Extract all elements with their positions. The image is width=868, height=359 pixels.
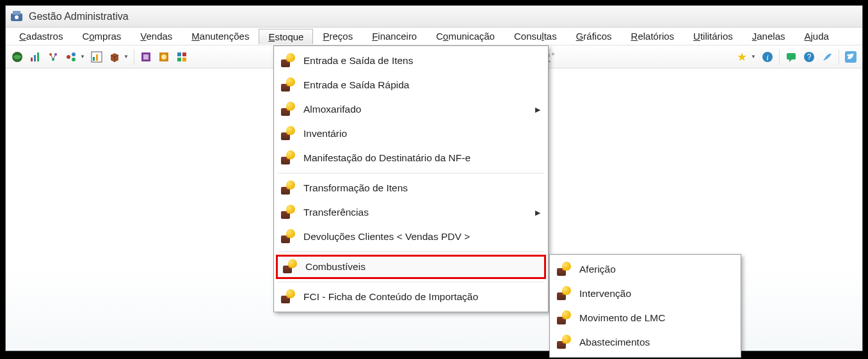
- submenuitem-intervencao[interactable]: Intervenção: [550, 282, 741, 306]
- menuitem-fci[interactable]: FCI - Ficha de Conteúdo de Importação: [274, 285, 548, 309]
- box-3d-icon[interactable]: [107, 49, 122, 65]
- box-icon: [279, 150, 296, 166]
- svg-rect-14: [93, 57, 95, 61]
- globe-icon[interactable]: [10, 49, 25, 65]
- separator: [134, 49, 134, 65]
- menu-financeiro[interactable]: Financeiro: [362, 28, 426, 44]
- menuitem-label: FCI - Ficha de Conteúdo de Importação: [303, 291, 478, 303]
- menuitem-transformacao-itens[interactable]: Transformação de Itens: [274, 176, 548, 200]
- svg-point-2: [15, 15, 19, 19]
- menuitem-entrada-saida-itens[interactable]: Entrada e Saída de Itens: [274, 49, 548, 73]
- menu-separator: [278, 251, 544, 252]
- dropdown-arrow-icon[interactable]: ▼: [751, 54, 756, 60]
- svg-rect-6: [37, 52, 39, 61]
- svg-point-12: [72, 58, 76, 61]
- dropdown-arrow-icon[interactable]: ▼: [124, 54, 129, 60]
- svg-rect-5: [34, 55, 36, 61]
- menu-precos[interactable]: Preços: [313, 28, 362, 44]
- svg-rect-4: [31, 58, 33, 61]
- window-title: Gestão Administrativa: [29, 11, 129, 22]
- menu-relatorios[interactable]: Relatórios: [622, 28, 684, 44]
- menu-janelas[interactable]: Janelas: [743, 28, 795, 44]
- menu-graficos[interactable]: Gráficos: [567, 28, 622, 44]
- menu-vendas[interactable]: Vendas: [131, 28, 182, 44]
- box-icon: [555, 334, 572, 351]
- title-bar: Gestão Administrativa: [6, 6, 862, 28]
- separator: [839, 49, 839, 65]
- box-icon: [279, 101, 296, 118]
- svg-text:i: i: [766, 52, 769, 62]
- menuitem-transferencias[interactable]: Transferências ▶: [274, 200, 548, 225]
- svg-point-11: [72, 52, 76, 56]
- menuitem-label: Transferências: [303, 207, 369, 218]
- menu-compras[interactable]: Compras: [72, 28, 131, 44]
- svg-text:+: +: [551, 51, 555, 58]
- menu-consultas[interactable]: Consultas: [504, 28, 567, 44]
- tree-icon[interactable]: [45, 49, 61, 65]
- star-icon[interactable]: ★: [734, 49, 750, 65]
- svg-rect-17: [143, 54, 149, 60]
- svg-rect-15: [96, 54, 98, 61]
- box-icon: [555, 310, 572, 326]
- submenuitem-movimento-lmc[interactable]: Movimento de LMC: [550, 306, 741, 330]
- box-icon: [555, 261, 572, 278]
- menuitem-inventario[interactable]: Inventário: [274, 122, 548, 146]
- menuitem-label: Abastecimentos: [579, 337, 650, 348]
- app-icon: [10, 10, 24, 24]
- submenuitem-abastecimentos[interactable]: Abastecimentos: [550, 330, 741, 355]
- menuitem-label: Movimento de LMC: [579, 312, 665, 324]
- box-icon: [279, 77, 296, 93]
- menu-utilitarios[interactable]: Utilitários: [684, 28, 743, 44]
- menu-separator: [278, 282, 544, 282]
- svg-point-10: [67, 55, 70, 59]
- menu-ajuda[interactable]: Ajuda: [794, 28, 838, 44]
- box-icon: [279, 289, 296, 305]
- combustiveis-submenu: Aferição Intervenção Movimento de LMC Ab…: [549, 254, 741, 358]
- menu-comunicacao[interactable]: Comunicação: [426, 28, 504, 44]
- svg-point-19: [161, 54, 166, 60]
- menuitem-label: Manifestação do Destinatário da NF-e: [303, 152, 470, 164]
- menuitem-label: Combustíveis: [305, 261, 366, 273]
- svg-text:?: ?: [807, 52, 812, 61]
- svg-rect-1: [13, 11, 20, 15]
- box-icon: [279, 125, 296, 142]
- menuitem-label: Transformação de Itens: [303, 182, 408, 194]
- box-icon: [279, 228, 296, 245]
- box-icon: [555, 285, 572, 302]
- menuitem-combustiveis[interactable]: Combustíveis: [276, 255, 546, 279]
- bars-icon[interactable]: [28, 49, 43, 65]
- grid-icon[interactable]: [174, 49, 189, 65]
- info-icon[interactable]: i: [760, 49, 775, 65]
- svg-rect-37: [787, 53, 796, 60]
- menu-bar: Cadastros Compras Vendas Manutenções Est…: [6, 28, 862, 45]
- feather-icon[interactable]: [819, 49, 835, 65]
- box-icon: [279, 52, 296, 69]
- menu-estoque[interactable]: Estoque: [259, 29, 313, 44]
- menu-separator: [278, 173, 544, 173]
- menuitem-label: Almoxarifado: [303, 104, 361, 115]
- nodes-icon[interactable]: [63, 49, 79, 65]
- menuitem-label: Devoluções Clientes < Vendas PDV >: [303, 231, 470, 243]
- menuitem-label: Entrada e Saída Rápida: [303, 79, 409, 91]
- menuitem-manifestacao-nfe[interactable]: Manifestação do Destinatário da NF-e: [274, 146, 548, 170]
- menuitem-almoxarifado[interactable]: Almoxarifado ▶: [274, 97, 548, 122]
- submenuitem-afericao[interactable]: Aferição: [550, 257, 741, 282]
- help-icon[interactable]: ?: [801, 49, 817, 65]
- chat-icon[interactable]: [784, 49, 799, 65]
- menuitem-devolucoes-pdv[interactable]: Devoluções Clientes < Vendas PDV >: [274, 225, 548, 249]
- separator: [779, 49, 780, 65]
- dropdown-arrow-icon[interactable]: ▼: [80, 54, 85, 60]
- box-icon: [279, 204, 296, 221]
- orange-square-icon[interactable]: [156, 49, 172, 65]
- menu-manutencoes[interactable]: Manutenções: [182, 28, 259, 44]
- twitter-icon[interactable]: [843, 49, 858, 65]
- purple-square-icon[interactable]: [138, 49, 154, 65]
- menuitem-label: Aferição: [579, 264, 616, 275]
- svg-rect-20: [177, 52, 181, 56]
- menu-cadastros[interactable]: Cadastros: [10, 28, 72, 44]
- submenu-arrow-icon: ▶: [535, 106, 540, 114]
- menuitem-label: Intervenção: [579, 288, 631, 299]
- chart-box-icon[interactable]: [89, 49, 104, 65]
- app-window: Gestão Administrativa Cadastros Compras …: [5, 5, 863, 351]
- menuitem-entrada-saida-rapida[interactable]: Entrada e Saída Rápida: [274, 73, 548, 97]
